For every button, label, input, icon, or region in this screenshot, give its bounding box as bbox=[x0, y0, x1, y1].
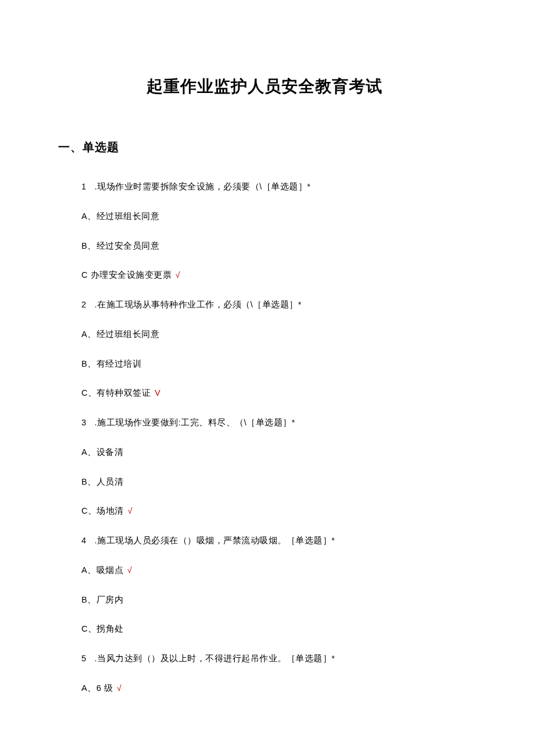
option-line: C、有特种双签证 V bbox=[81, 387, 471, 400]
correct-mark-icon: √ bbox=[173, 270, 180, 280]
question-stem: 3 .施工现场作业要做到:工完、料尽、（\［单选题］* bbox=[81, 417, 471, 429]
question-text: .施工现场人员必须在（）吸烟，严禁流动吸烟。［单选题］* bbox=[92, 536, 335, 545]
question-stem: 2 .在施工现场从事特种作业工作，必须（\［单选题］* bbox=[81, 299, 471, 311]
option-line: B、厂房内 bbox=[81, 594, 471, 607]
question-stem: 1 .现场作业时需要拆除安全设施，必须要（\［单选题］* bbox=[81, 181, 471, 194]
option-line: B、人员清 bbox=[81, 476, 471, 489]
page-title: 起重作业监护人员安全教育考试 bbox=[58, 76, 471, 98]
question-number: 3 bbox=[81, 417, 92, 429]
option-label: C、有特种双签证 bbox=[81, 388, 151, 397]
option-label: A、6 级 bbox=[81, 683, 113, 693]
option-line: C、场地清 √ bbox=[81, 505, 471, 518]
section-heading: 一、单选题 bbox=[58, 139, 471, 155]
option-label: B、厂房内 bbox=[81, 595, 123, 604]
question-text: .在施工现场从事特种作业工作，必须（\［单选题］* bbox=[92, 300, 302, 309]
option-label: A、设备清 bbox=[81, 447, 123, 457]
question-number: 4 bbox=[81, 535, 92, 547]
option-label: B、经过安全员同意 bbox=[81, 241, 159, 250]
option-label: A、经过班组长同意 bbox=[81, 329, 159, 339]
correct-mark-icon: V bbox=[152, 388, 160, 397]
questions-container: 1 .现场作业时需要拆除安全设施，必须要（\［单选题］*A、经过班组长同意B、经… bbox=[58, 181, 471, 695]
option-line: B、经过安全员同意 bbox=[81, 240, 471, 253]
option-label: A、经过班组长同意 bbox=[81, 212, 159, 221]
question-number: 1 bbox=[81, 181, 92, 194]
option-label: A、吸烟点 bbox=[81, 565, 123, 575]
option-line: A、6 级 √ bbox=[81, 682, 471, 695]
correct-mark-icon: √ bbox=[125, 506, 133, 515]
option-line: A、经过班组长同意 bbox=[81, 328, 471, 341]
option-line: A、吸烟点 √ bbox=[81, 564, 471, 577]
option-label: C、场地清 bbox=[81, 506, 124, 515]
question-stem: 5 .当风力达到（）及以上时，不得进行起吊作业。［单选题］* bbox=[81, 653, 471, 665]
question-text: .当风力达到（）及以上时，不得进行起吊作业。［单选题］* bbox=[92, 654, 335, 663]
question-text: .施工现场作业要做到:工完、料尽、（\［单选题］* bbox=[92, 418, 295, 427]
option-line: B、有经过培训 bbox=[81, 358, 471, 371]
option-label: C、拐角处 bbox=[81, 624, 124, 633]
question-text: .现场作业时需要拆除安全设施，必须要（\［单选题］* bbox=[92, 182, 311, 191]
option-label: B、人员清 bbox=[81, 477, 123, 486]
option-line: C 办理安全设施变更票 √ bbox=[81, 269, 471, 282]
question-number: 5 bbox=[81, 653, 92, 665]
question-number: 2 bbox=[81, 299, 92, 311]
option-line: A、设备清 bbox=[81, 446, 471, 459]
correct-mark-icon: √ bbox=[124, 565, 132, 575]
question-stem: 4 .施工现场人员必须在（）吸烟，严禁流动吸烟。［单选题］* bbox=[81, 535, 471, 547]
option-line: A、经过班组长同意 bbox=[81, 210, 471, 223]
option-line: C、拐角处 bbox=[81, 623, 471, 636]
option-label: B、有经过培训 bbox=[81, 359, 141, 368]
option-label: C 办理安全设施变更票 bbox=[81, 270, 172, 280]
correct-mark-icon: √ bbox=[114, 683, 122, 693]
